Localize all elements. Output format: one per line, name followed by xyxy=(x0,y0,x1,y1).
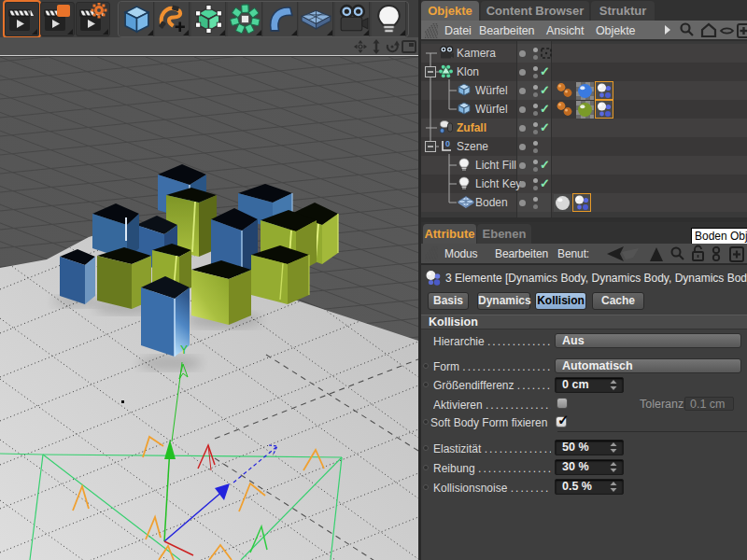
svg-text:0: 0 xyxy=(445,139,450,148)
svg-text:Y: Y xyxy=(180,343,188,357)
